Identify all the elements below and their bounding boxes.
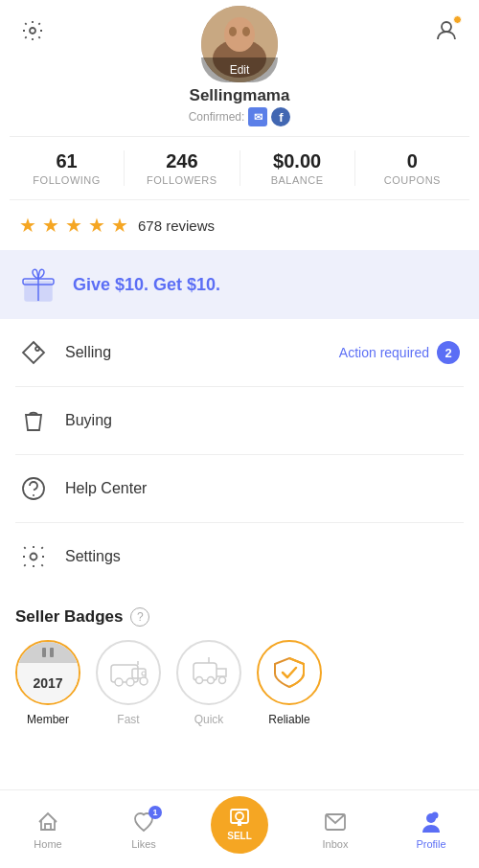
svg-point-22 bbox=[208, 677, 215, 684]
star-2: ★ bbox=[42, 214, 59, 237]
svg-point-5 bbox=[242, 27, 250, 36]
inbox-icon bbox=[323, 810, 348, 834]
badge-member[interactable]: 2017 Member bbox=[15, 640, 80, 726]
svg-point-4 bbox=[229, 27, 237, 36]
followers-value: 246 bbox=[166, 150, 197, 172]
nav-inbox[interactable]: Inbox bbox=[287, 790, 383, 868]
svg-point-18 bbox=[142, 672, 146, 675]
quick-badge-label: Quick bbox=[194, 713, 224, 726]
likes-label: Likes bbox=[131, 838, 156, 850]
stats-row: 61 FOLLOWING 246 FOLLOWERS $0.00 BALANCE… bbox=[10, 136, 469, 200]
badges-help-icon[interactable]: ? bbox=[130, 607, 149, 627]
give-text: Give $10. Get $10. bbox=[73, 275, 220, 295]
svg-point-16 bbox=[126, 678, 134, 686]
member-badge-label: Member bbox=[27, 713, 69, 726]
buying-label: Buying bbox=[65, 412, 460, 429]
star-4: ★ bbox=[88, 214, 105, 237]
likes-badge: 1 bbox=[148, 806, 162, 819]
menu-item-selling[interactable]: Selling Action required 2 bbox=[15, 319, 464, 387]
svg-point-13 bbox=[31, 554, 37, 560]
edit-label: Edit bbox=[230, 63, 250, 77]
badges-title: Seller Badges bbox=[15, 607, 123, 627]
bottom-nav: Home 1 Likes SELL Inbox bbox=[0, 789, 479, 868]
settings-icon-button[interactable] bbox=[15, 13, 50, 48]
svg-point-21 bbox=[196, 677, 203, 684]
action-required-text: Action required bbox=[339, 345, 429, 360]
username-area: Sellingmama Confirmed: ✉ f bbox=[189, 86, 291, 126]
stat-balance[interactable]: $0.00 BALANCE bbox=[240, 150, 355, 186]
menu-item-settings[interactable]: Settings bbox=[15, 523, 464, 590]
nav-profile[interactable]: Profile bbox=[383, 790, 479, 868]
quick-badge-circle bbox=[176, 640, 241, 705]
svg-point-0 bbox=[30, 28, 35, 34]
likes-icon: 1 bbox=[131, 810, 156, 834]
following-label: FOLLOWING bbox=[33, 174, 101, 186]
svg-point-3 bbox=[224, 17, 255, 52]
balance-value: $0.00 bbox=[273, 150, 321, 172]
nav-sell[interactable]: SELL bbox=[192, 790, 287, 868]
sell-button[interactable]: SELL bbox=[211, 796, 268, 854]
username: Sellingmama bbox=[190, 86, 290, 105]
home-label: Home bbox=[34, 838, 61, 850]
stat-coupons[interactable]: 0 COUPONS bbox=[355, 150, 469, 186]
svg-rect-25 bbox=[231, 810, 248, 823]
svg-point-30 bbox=[432, 811, 439, 818]
svg-point-19 bbox=[140, 677, 148, 685]
svg-rect-24 bbox=[45, 824, 51, 830]
star-3: ★ bbox=[65, 214, 82, 237]
email-icon: ✉ bbox=[248, 107, 267, 126]
reliable-badge-circle bbox=[257, 640, 322, 705]
nav-home[interactable]: Home bbox=[0, 790, 96, 868]
profile-label: Profile bbox=[416, 838, 445, 850]
stat-followers[interactable]: 246 FOLLOWERS bbox=[125, 150, 240, 186]
inbox-label: Inbox bbox=[323, 838, 349, 850]
star-1: ★ bbox=[19, 214, 36, 237]
avatar[interactable]: Edit bbox=[201, 6, 278, 82]
followers-label: FOLLOWERS bbox=[147, 174, 217, 186]
svg-point-26 bbox=[236, 812, 243, 820]
menu-item-help[interactable]: Help Center bbox=[15, 455, 464, 523]
balance-label: BALANCE bbox=[271, 174, 324, 186]
reliable-badge-label: Reliable bbox=[268, 713, 309, 726]
badge-quick[interactable]: Quick bbox=[176, 640, 241, 726]
confirmed-row: Confirmed: ✉ f bbox=[189, 107, 291, 126]
settings-label: Settings bbox=[65, 548, 460, 565]
menu-section: Selling Action required 2 Buying Help Ce… bbox=[0, 319, 479, 590]
svg-point-6 bbox=[442, 22, 451, 32]
svg-point-12 bbox=[33, 494, 34, 496]
coupons-label: COUPONS bbox=[384, 174, 441, 186]
badges-row: 2017 Member Fast bbox=[15, 640, 464, 726]
member-badge-circle: 2017 bbox=[15, 640, 80, 705]
badges-section: Seller Badges ? 2017 Member bbox=[0, 590, 479, 726]
help-icon bbox=[19, 474, 48, 503]
give-banner[interactable]: Give $10. Get $10. bbox=[0, 250, 479, 319]
badges-header: Seller Badges ? bbox=[15, 607, 464, 627]
nav-likes[interactable]: 1 Likes bbox=[96, 790, 192, 868]
following-value: 61 bbox=[57, 150, 78, 172]
fast-badge-circle bbox=[96, 640, 161, 705]
menu-item-buying[interactable]: Buying bbox=[15, 387, 464, 455]
badge-fast[interactable]: Fast bbox=[96, 640, 161, 726]
fast-badge-label: Fast bbox=[117, 713, 139, 726]
account-badge bbox=[453, 15, 462, 24]
profile-icon bbox=[419, 810, 444, 834]
reviews-row: ★ ★ ★ ★ ★ 678 reviews bbox=[0, 200, 479, 250]
help-label: Help Center bbox=[65, 480, 460, 497]
stat-following[interactable]: 61 FOLLOWING bbox=[10, 150, 125, 186]
selling-action-area: Action required 2 bbox=[339, 341, 460, 364]
tag-icon bbox=[19, 338, 48, 367]
svg-point-23 bbox=[219, 677, 226, 684]
action-badge: 2 bbox=[437, 341, 460, 364]
edit-overlay[interactable]: Edit bbox=[201, 57, 278, 82]
badge-reliable[interactable]: Reliable bbox=[257, 640, 322, 726]
star-5: ★ bbox=[111, 214, 128, 237]
account-icon-button[interactable] bbox=[429, 13, 464, 48]
svg-rect-27 bbox=[238, 821, 241, 826]
profile-area: Edit Sellingmama Confirmed: ✉ f bbox=[50, 6, 429, 126]
settings-icon bbox=[19, 542, 48, 571]
sell-label: SELL bbox=[227, 831, 252, 841]
svg-point-10 bbox=[35, 347, 39, 351]
home-icon bbox=[35, 810, 60, 834]
reviews-count: 678 reviews bbox=[138, 217, 215, 234]
bag-icon bbox=[19, 406, 48, 435]
